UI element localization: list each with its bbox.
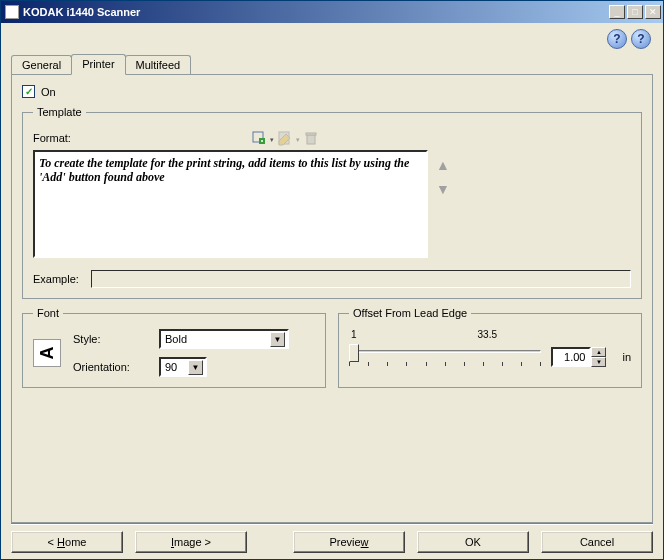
edit-button[interactable]: ▾: [275, 128, 295, 148]
scanner-window: KODAK i1440 Scanner _ □ ✕ ? ? General Pr…: [0, 0, 664, 560]
spin-up[interactable]: ▲: [591, 347, 606, 357]
offset-slider[interactable]: [349, 344, 541, 370]
format-label: Format:: [33, 132, 129, 144]
move-up-button[interactable]: ▲: [434, 156, 452, 174]
style-label: Style:: [73, 333, 153, 345]
ok-button[interactable]: OK: [417, 531, 529, 553]
offset-unit: in: [622, 351, 631, 363]
example-label: Example:: [33, 273, 79, 285]
svg-rect-4: [306, 133, 316, 135]
chevron-down-icon: ▼: [188, 360, 203, 375]
client-area: ? ? General Printer Multifeed ✓ On Templ…: [1, 23, 663, 559]
close-button[interactable]: ✕: [645, 5, 661, 19]
help-globe-icon[interactable]: ?: [607, 29, 627, 49]
add-icon: [251, 130, 267, 146]
spin-down[interactable]: ▼: [591, 357, 606, 367]
app-icon: [5, 5, 19, 19]
cancel-button[interactable]: Cancel: [541, 531, 653, 553]
slider-thumb[interactable]: [349, 344, 359, 362]
style-value: Bold: [165, 333, 187, 345]
offset-value: 1.00: [564, 351, 585, 363]
offset-group: Offset From Lead Edge 1 33.5: [338, 307, 642, 388]
font-group: Font A Style: Bold ▼ Orientation: 90 ▼: [22, 307, 326, 388]
add-button[interactable]: ▾: [249, 128, 269, 148]
image-button[interactable]: Image >: [135, 531, 247, 553]
chevron-down-icon: ▼: [270, 332, 285, 347]
offset-min: 1: [351, 329, 357, 340]
help-question-icon[interactable]: ?: [631, 29, 651, 49]
style-select[interactable]: Bold ▼: [159, 329, 289, 349]
tab-panel-printer: ✓ On Template Format: ▾: [11, 74, 653, 523]
offset-max: 33.5: [478, 329, 497, 340]
offset-spinner[interactable]: 1.00 ▲ ▼: [551, 347, 606, 367]
offset-legend: Offset From Lead Edge: [349, 307, 471, 319]
delete-button[interactable]: [301, 128, 321, 148]
tab-general[interactable]: General: [11, 55, 72, 76]
move-down-button[interactable]: ▼: [434, 180, 452, 198]
minimize-button[interactable]: _: [609, 5, 625, 19]
font-legend: Font: [33, 307, 63, 319]
tab-label: Printer: [82, 58, 114, 70]
separator: [11, 523, 653, 525]
font-preview-icon: A: [33, 339, 61, 367]
maximize-button[interactable]: □: [627, 5, 643, 19]
template-group: Template Format: ▾ ▾: [22, 106, 642, 299]
orientation-label: Orientation:: [73, 361, 153, 373]
edit-icon: [277, 130, 293, 146]
arrow-up-icon: ▲: [436, 157, 450, 173]
delete-trash-icon: [303, 130, 319, 146]
format-listbox[interactable]: To create the template for the print str…: [33, 150, 428, 258]
button-row: < Home Image > Preview OK Cancel: [11, 531, 653, 553]
arrow-down-icon: ▼: [436, 181, 450, 197]
tab-label: Multifeed: [136, 59, 181, 71]
on-label: On: [41, 86, 56, 98]
format-hint: To create the template for the print str…: [39, 156, 409, 184]
example-field: [91, 270, 631, 288]
titlebar[interactable]: KODAK i1440 Scanner _ □ ✕: [1, 1, 663, 23]
orientation-select[interactable]: 90 ▼: [159, 357, 207, 377]
tab-printer[interactable]: Printer: [71, 54, 125, 75]
on-checkbox[interactable]: ✓: [22, 85, 35, 98]
tab-strip: General Printer Multifeed: [11, 53, 653, 74]
window-title: KODAK i1440 Scanner: [23, 6, 607, 18]
orientation-value: 90: [165, 361, 177, 373]
home-button[interactable]: < Home: [11, 531, 123, 553]
svg-rect-3: [307, 135, 315, 144]
tab-multifeed[interactable]: Multifeed: [125, 55, 192, 76]
preview-button[interactable]: Preview: [293, 531, 405, 553]
tab-label: General: [22, 59, 61, 71]
template-legend: Template: [33, 106, 86, 118]
